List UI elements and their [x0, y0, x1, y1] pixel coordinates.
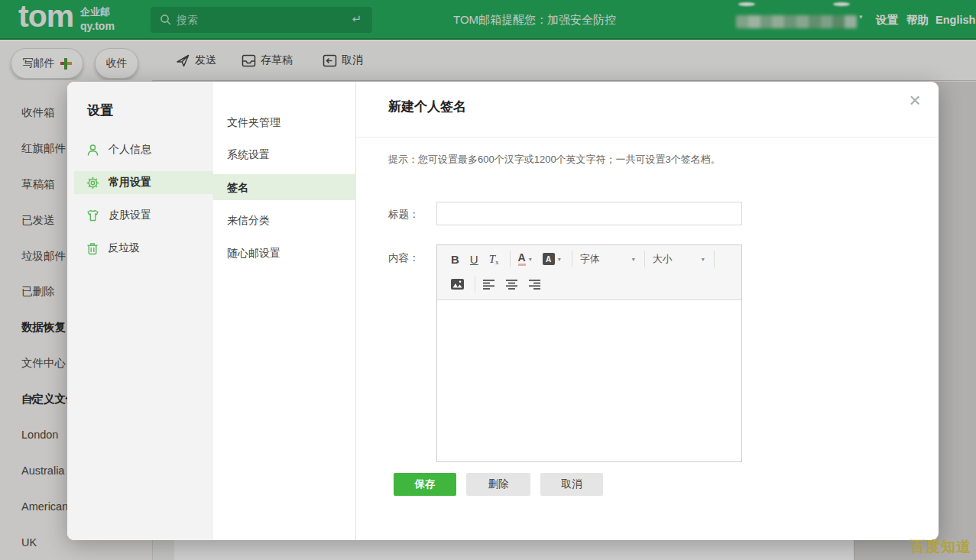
trash-icon	[86, 242, 99, 255]
menu-item-personal-info[interactable]: 个人信息	[74, 138, 213, 161]
delete-button[interactable]: 删除	[466, 473, 530, 496]
page: tom 企业邮 qy.tom ↵ TOM邮箱提醒您：加强安全防控 ▾ 设置 帮助…	[0, 0, 976, 560]
submenu-incoming-mail-classify[interactable]: 来信分类	[213, 207, 356, 233]
image-icon	[451, 279, 464, 290]
cancel-button[interactable]: 取消	[540, 473, 603, 496]
signature-hint: 提示：您可设置最多600个汉字或1200个英文字符；一共可设置3个签名档。	[388, 153, 721, 167]
signature-panel: 新建个人签名 × 提示：您可设置最多600个汉字或1200个英文字符；一共可设置…	[356, 82, 939, 540]
toolbar-separator	[510, 251, 511, 267]
save-button[interactable]: 保存	[394, 473, 456, 496]
align-center-button[interactable]	[506, 280, 518, 290]
font-family-dropdown[interactable]: 字体▾	[580, 252, 635, 266]
menu-item-skin-settings[interactable]: 皮肤设置	[74, 204, 213, 227]
toolbar-separator	[572, 251, 572, 267]
content-field-label: 内容：	[388, 251, 420, 265]
font-color-button[interactable]: A▾	[518, 252, 532, 266]
align-left-button[interactable]	[483, 280, 495, 290]
align-center-icon	[506, 280, 518, 290]
settings-submenu-column: 文件夹管理 系统设置 签名 来信分类 随心邮设置	[213, 82, 356, 540]
title-field-label: 标题：	[388, 208, 420, 222]
font-size-dropdown[interactable]: 大小▾	[653, 252, 705, 266]
submenu-folder-management[interactable]: 文件夹管理	[213, 109, 356, 135]
person-icon	[86, 144, 99, 157]
shirt-icon	[86, 209, 99, 222]
toolbar-separator	[714, 251, 715, 267]
align-right-button[interactable]	[529, 280, 541, 290]
signature-editor: B U Tx A▾ A▾ 字体▾ 大小▾	[436, 244, 742, 462]
settings-title: 设置	[87, 102, 113, 119]
caret-down-icon: ▾	[558, 256, 561, 263]
editor-toolbar: B U Tx A▾ A▾ 字体▾ 大小▾	[437, 245, 741, 300]
signature-title-input[interactable]	[436, 202, 742, 225]
gear-icon	[86, 176, 99, 189]
signature-content-area[interactable]	[437, 300, 741, 461]
title-divider	[356, 137, 938, 138]
align-right-icon	[529, 280, 541, 290]
bold-button[interactable]: B	[451, 253, 459, 266]
settings-modal: 设置 个人信息 常用设置 皮肤设置 反垃圾 文件夹管理 系统设置 签名	[67, 82, 939, 540]
close-icon[interactable]: ×	[905, 91, 925, 111]
align-left-icon	[483, 280, 495, 290]
submenu-system-settings[interactable]: 系统设置	[213, 141, 356, 167]
clear-format-button[interactable]: Tx	[489, 253, 499, 266]
caret-down-icon: ▾	[702, 256, 705, 263]
baidu-zhidao-watermark: 百度知道	[910, 537, 971, 557]
caret-down-icon: ▾	[529, 256, 532, 263]
panel-title: 新建个人签名	[388, 98, 466, 115]
highlight-color-button[interactable]: A▾	[543, 253, 561, 265]
submenu-signature[interactable]: 签名	[213, 174, 356, 200]
menu-item-anti-spam[interactable]: 反垃圾	[74, 237, 213, 260]
submenu-suixin-mail-settings[interactable]: 随心邮设置	[213, 240, 356, 266]
caret-down-icon: ▾	[632, 256, 635, 263]
toolbar-separator	[644, 251, 645, 267]
settings-menu-column: 设置 个人信息 常用设置 皮肤设置 反垃圾	[67, 82, 213, 540]
menu-item-common-settings[interactable]: 常用设置	[74, 171, 213, 194]
insert-image-button[interactable]	[451, 279, 464, 290]
underline-button[interactable]: U	[470, 253, 478, 266]
toolbar-separator	[475, 276, 475, 293]
